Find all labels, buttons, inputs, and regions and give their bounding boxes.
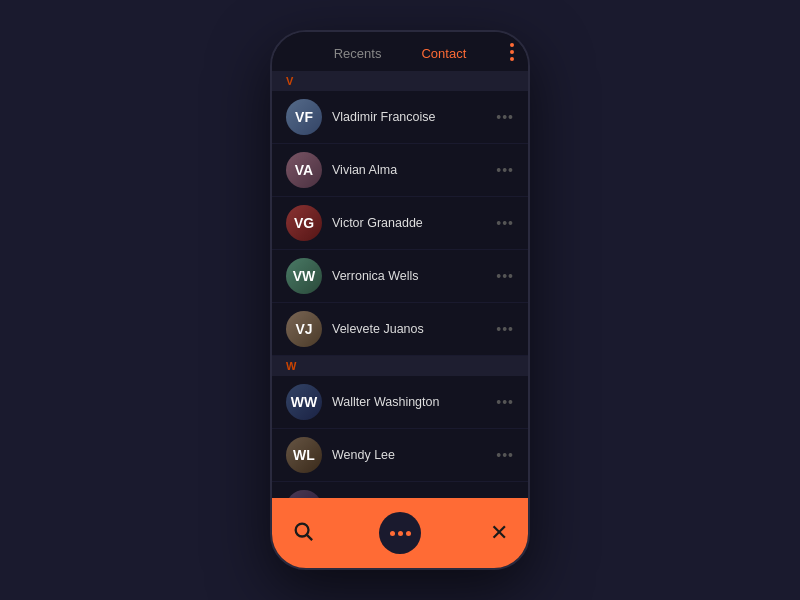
svg-line-1 (307, 535, 312, 540)
dot-a (390, 531, 395, 536)
avatar-velevete: VJ (286, 311, 322, 347)
phone-shell: Recents Contact VVFVladimir Francoise•••… (270, 30, 530, 570)
contact-name-vladimir: Vladimir Francoise (332, 110, 496, 124)
more-dots-wendy[interactable]: ••• (496, 447, 514, 463)
tab-recents[interactable]: Recents (334, 46, 382, 61)
contact-item-wallter[interactable]: WWWallter Washington••• (272, 376, 528, 429)
section-header-v: V (272, 71, 528, 91)
dot-1 (510, 43, 514, 47)
contact-item-wendy[interactable]: WLWendy Lee••• (272, 429, 528, 482)
section-header-w: W (272, 356, 528, 376)
avatar-vladimir: VF (286, 99, 322, 135)
more-dots-wallter[interactable]: ••• (496, 394, 514, 410)
contact-name-wendy: Wendy Lee (332, 448, 496, 462)
more-dots-victor[interactable]: ••• (496, 215, 514, 231)
contact-name-vivian: Vivian Alma (332, 163, 496, 177)
tab-contact[interactable]: Contact (421, 46, 466, 61)
avatar-wendy: WL (286, 437, 322, 473)
search-button[interactable] (292, 520, 314, 546)
svg-point-0 (296, 524, 309, 537)
contact-name-wallter: Wallter Washington (332, 395, 496, 409)
contact-list: VVFVladimir Francoise•••VAVivian Alma•••… (272, 71, 528, 498)
dot-3 (510, 57, 514, 61)
contact-name-victor: Victor Granadde (332, 216, 496, 230)
contact-item-verronica[interactable]: VWVerronica Wells••• (272, 250, 528, 303)
more-dots-vivian[interactable]: ••• (496, 162, 514, 178)
avatar-wallter: WW (286, 384, 322, 420)
dot-c (406, 531, 411, 536)
contact-name-velevete: Velevete Juanos (332, 322, 496, 336)
contact-item-velevete[interactable]: VJVelevete Juanos••• (272, 303, 528, 356)
dot-b (398, 531, 403, 536)
avatar-welly: WH (286, 490, 322, 498)
more-dots-verronica[interactable]: ••• (496, 268, 514, 284)
bottom-bar: ✕ (272, 498, 528, 568)
dot-2 (510, 50, 514, 54)
contact-name-verronica: Verronica Wells (332, 269, 496, 283)
center-more-button[interactable] (379, 512, 421, 554)
top-nav: Recents Contact (272, 32, 528, 71)
more-dots-vladimir[interactable]: ••• (496, 109, 514, 125)
contact-item-vivian[interactable]: VAVivian Alma••• (272, 144, 528, 197)
avatar-verronica: VW (286, 258, 322, 294)
nav-more-button[interactable] (510, 43, 514, 61)
avatar-victor: VG (286, 205, 322, 241)
contact-item-vladimir[interactable]: VFVladimir Francoise••• (272, 91, 528, 144)
contact-item-victor[interactable]: VGVictor Granadde••• (272, 197, 528, 250)
avatar-vivian: VA (286, 152, 322, 188)
contact-item-welly[interactable]: WHWelly Hansberg••• (272, 482, 528, 498)
search-icon (292, 520, 314, 542)
close-button[interactable]: ✕ (490, 522, 508, 544)
more-dots-velevete[interactable]: ••• (496, 321, 514, 337)
